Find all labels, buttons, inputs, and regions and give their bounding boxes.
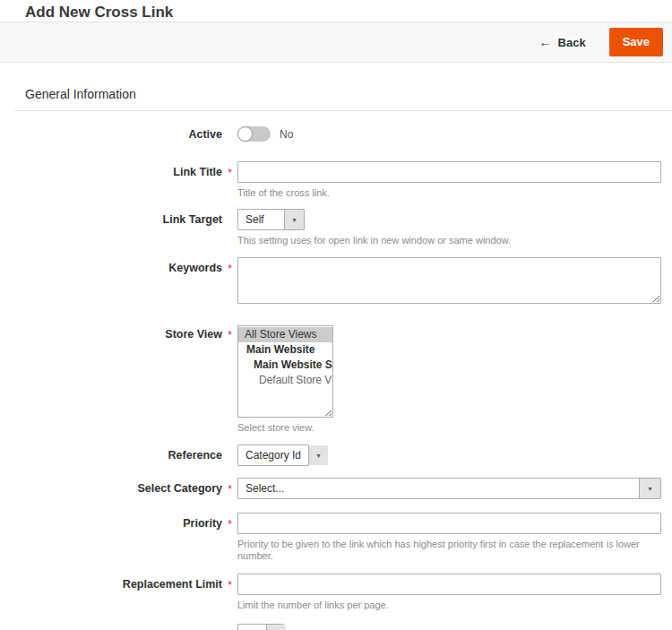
keywords-label: Keywords	[0, 257, 222, 275]
link-target-selected-value: Self	[238, 210, 284, 229]
select-category-required: *	[222, 478, 237, 496]
chevron-down-icon: ▾	[284, 210, 304, 229]
store-view-required: *	[222, 325, 237, 341]
keywords-required: *	[222, 257, 237, 275]
replacement-limit-input[interactable]	[237, 574, 661, 595]
resize-handle-icon[interactable]	[323, 407, 332, 416]
priority-required: *	[222, 513, 237, 531]
store-view-option-main-website-store[interactable]: Main Website Store	[238, 358, 332, 373]
field-row-link-title: Link Title * Title of the cross link.	[0, 161, 661, 199]
active-toggle-knob	[237, 126, 253, 142]
no-follow-select[interactable]: No ▾	[237, 624, 284, 630]
no-follow-label: No Follow	[0, 624, 222, 630]
link-target-note: This setting uses for open link in new w…	[237, 235, 661, 246]
link-title-input[interactable]	[237, 161, 661, 183]
store-view-option-default-store-view[interactable]: Default Store View	[238, 373, 332, 388]
store-view-option-all[interactable]: All Store Views	[238, 327, 332, 342]
page-actions-toolbar: ← Back Save	[0, 22, 672, 63]
store-view-note: Select store view.	[237, 422, 661, 434]
keywords-textarea[interactable]	[237, 257, 661, 304]
replacement-limit-label: Replacement Limit	[0, 574, 222, 591]
no-follow-selected-value: No	[238, 625, 266, 630]
field-row-store-view: Store View * All Store Views Main Websit…	[0, 325, 661, 434]
back-button-label: Back	[558, 36, 586, 49]
back-arrow-icon: ←	[539, 35, 552, 49]
chevron-down-icon: ▾	[266, 625, 286, 630]
store-view-option-main-website[interactable]: Main Website	[238, 342, 332, 358]
replacement-limit-required: *	[222, 574, 237, 591]
priority-label: Priority	[0, 513, 222, 531]
store-view-label: Store View	[0, 325, 222, 341]
field-row-replacement-limit: Replacement Limit * Limit the number of …	[0, 574, 661, 611]
link-target-label: Link Target	[0, 209, 222, 227]
select-category-label: Select Category	[0, 478, 222, 496]
link-title-required: *	[222, 161, 237, 179]
chevron-down-icon: ▾	[308, 445, 328, 465]
select-category-dropdown[interactable]: Select... ▾	[237, 478, 661, 499]
priority-note: Priority to be given to the link which h…	[237, 539, 661, 562]
store-view-multiselect[interactable]: All Store Views Main Website Main Websit…	[237, 325, 333, 418]
field-row-select-category: Select Category * Select... ▾	[0, 478, 661, 499]
field-row-active: Active No	[0, 126, 661, 142]
priority-input[interactable]	[237, 513, 661, 534]
field-row-link-target: Link Target Self ▾ This setting uses for…	[0, 209, 661, 246]
save-button[interactable]: Save	[609, 28, 663, 56]
field-row-priority: Priority * Priority to be given to the l…	[0, 513, 661, 562]
reference-selected-value: Category Id	[238, 445, 308, 465]
link-title-label: Link Title	[0, 161, 222, 179]
active-label: Active	[0, 126, 222, 142]
reference-select[interactable]: Category Id ▾	[237, 444, 309, 466]
cross-link-form: Active No Link Title * Title of the cros…	[0, 111, 672, 630]
back-button[interactable]: ← Back	[534, 34, 591, 50]
active-toggle-state: No	[280, 128, 293, 141]
field-row-keywords: Keywords *	[0, 257, 661, 307]
field-row-reference: Reference Category Id ▾	[0, 444, 661, 466]
link-title-note: Title of the cross link.	[237, 187, 661, 199]
reference-label: Reference	[0, 444, 222, 462]
active-toggle[interactable]	[237, 126, 271, 142]
link-target-select[interactable]: Self ▾	[237, 209, 305, 230]
field-row-no-follow: No Follow No ▾ This will add follow or n…	[0, 624, 661, 630]
chevron-down-icon: ▾	[639, 479, 660, 498]
select-category-selected-value: Select...	[238, 479, 639, 498]
section-title: General Information	[13, 87, 672, 111]
replacement-limit-note: Limit the number of links per page.	[237, 600, 661, 611]
page-title: Add New Cross Link	[0, 0, 672, 19]
